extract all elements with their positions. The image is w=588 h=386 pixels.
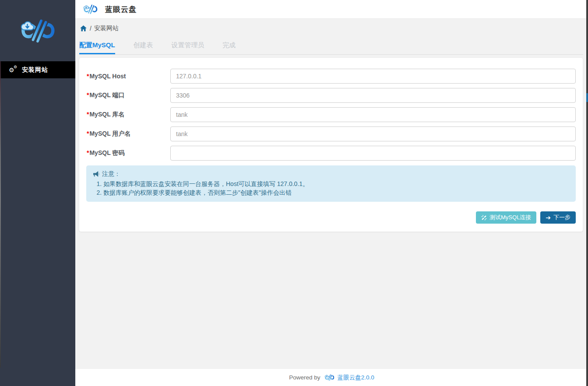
required-marker: *: [87, 130, 89, 137]
left-edge-artifact: [0, 61, 1, 368]
home-icon[interactable]: [80, 25, 87, 32]
cogs-icon: ⚙ ⚙: [9, 66, 18, 74]
powered-by-text: Powered by: [289, 374, 320, 381]
field-label: *MySQL 库名: [86, 111, 170, 119]
notice-list: 如果数据库和蓝眼云盘安装在同一台服务器，Host可以直接填写 127.0.0.1…: [94, 180, 569, 197]
notice-item: 数据库账户的权限要求要能够创建表，否则第二步"创建表"操作会出错: [103, 189, 569, 197]
required-marker: *: [87, 149, 89, 156]
window-scrollbar[interactable]: [586, 0, 588, 386]
sidebar-item-install-site[interactable]: ⚙ ⚙ 安装网站: [0, 61, 75, 78]
tank-infinity-logo-icon: [81, 3, 99, 15]
notice-box: 注意： 如果数据库和蓝眼云盘安装在同一台服务器，Host可以直接填写 127.0…: [86, 165, 576, 202]
breadcrumb-current: 安装网站: [94, 25, 119, 32]
unlink-icon: [481, 215, 487, 221]
form-row-mysql-port: *MySQL 端口: [86, 88, 576, 103]
mysql-config-card: *MySQL Host *MySQL 端口 *MySQL 库名 *MySQL 用…: [79, 57, 583, 232]
notice-title: 注意：: [102, 170, 120, 178]
step-tabs: 配置MySQL 创建表 设置管理员 完成: [79, 41, 583, 55]
field-label: *MySQL 端口: [86, 91, 170, 99]
action-button-row: 测试MySQL连接 ➔ 下一步: [86, 211, 576, 224]
mysql-database-input[interactable]: [170, 107, 576, 122]
next-step-button[interactable]: ➔ 下一步: [540, 211, 576, 224]
bullhorn-icon: [93, 171, 99, 177]
page-title: 蓝眼云盘: [105, 4, 137, 14]
mysql-host-input[interactable]: [170, 69, 576, 84]
tab-create-tables[interactable]: 创建表: [134, 41, 153, 54]
required-marker: *: [87, 91, 89, 98]
scrollbar-thumb[interactable]: [586, 93, 588, 102]
test-mysql-connection-button[interactable]: 测试MySQL连接: [476, 211, 536, 224]
field-label: *MySQL Host: [86, 73, 170, 80]
tank-infinity-logo-icon: [16, 16, 59, 46]
mysql-username-input[interactable]: [170, 126, 576, 141]
arrow-right-icon: ➔: [546, 214, 551, 221]
notice-item: 如果数据库和蓝眼云盘安装在同一台服务器，Host可以直接填写 127.0.0.1…: [103, 180, 569, 188]
form-row-mysql-password: *MySQL 密码: [86, 146, 576, 161]
form-row-mysql-host: *MySQL Host: [86, 69, 576, 84]
main-content: / 安装网站 配置MySQL 创建表 设置管理员 完成 *MySQL Host …: [75, 19, 588, 386]
sidebar-logo: [0, 0, 75, 61]
required-marker: *: [87, 111, 89, 118]
tank-infinity-logo-icon: [324, 373, 335, 382]
footer: Powered by 蓝眼云盘2.0.0: [75, 369, 588, 386]
tab-set-admin[interactable]: 设置管理员: [171, 41, 204, 54]
field-label: *MySQL 密码: [86, 149, 170, 157]
tab-finish[interactable]: 完成: [222, 41, 236, 54]
breadcrumb-separator: /: [90, 25, 92, 32]
breadcrumb: / 安装网站: [75, 19, 588, 32]
required-marker: *: [87, 73, 89, 80]
sidebar: ⚙ ⚙ 安装网站: [0, 0, 75, 386]
footer-version-link[interactable]: 蓝眼云盘2.0.0: [338, 374, 374, 382]
form-row-mysql-database: *MySQL 库名: [86, 107, 576, 122]
mysql-password-input[interactable]: [170, 146, 576, 161]
form-row-mysql-username: *MySQL 用户名: [86, 126, 576, 141]
mysql-port-input[interactable]: [170, 88, 576, 103]
top-header: 蓝眼云盘: [75, 0, 588, 19]
field-label: *MySQL 用户名: [86, 130, 170, 138]
sidebar-item-label: 安装网站: [22, 66, 48, 74]
tab-configure-mysql[interactable]: 配置MySQL: [79, 41, 115, 54]
